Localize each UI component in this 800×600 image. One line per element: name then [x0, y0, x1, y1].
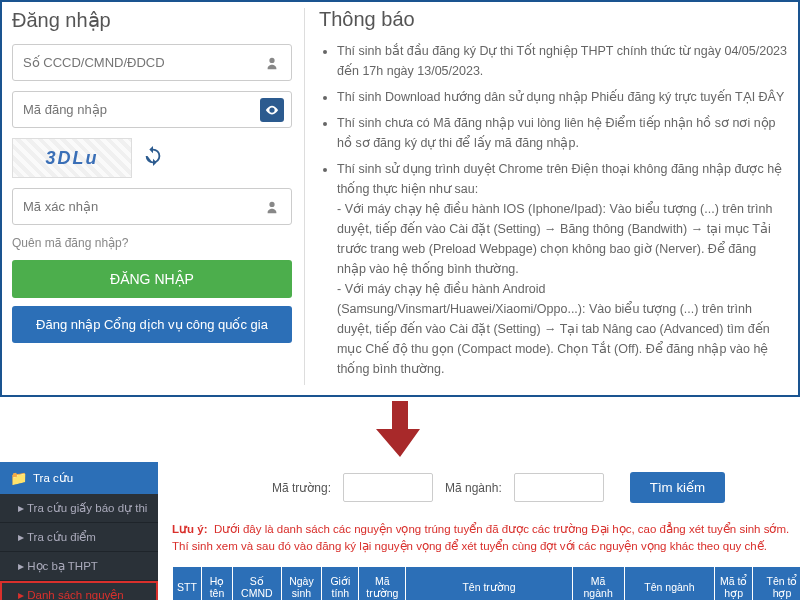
- note-row: Lưu ý: Dưới đây là danh sách các nguyện …: [172, 521, 800, 556]
- search-button[interactable]: Tìm kiếm: [630, 472, 725, 503]
- notice-android: - Với máy chạy hệ điều hành Android (Sam…: [337, 282, 770, 376]
- th-stt: STT: [173, 566, 202, 600]
- gov-login-button[interactable]: Đăng nhập Cổng dịch vụ công quốc gia: [12, 306, 292, 343]
- login-panel: Đăng nhập 3DLu Quên mã đăng nhập? ĐĂNG N…: [12, 8, 292, 385]
- table-header-row: STT Họ tên Số CMND Ngày sinh Giới tính M…: [173, 566, 801, 600]
- main-content: Mã trường: Mã ngành: Tìm kiếm Lưu ý: Dướ…: [158, 462, 800, 600]
- sidebar-head-tracuu[interactable]: 📁 Tra cứu: [0, 462, 158, 494]
- login-title: Đăng nhập: [12, 8, 292, 32]
- note-label: Lưu ý:: [172, 523, 207, 535]
- captcha-input[interactable]: [12, 188, 292, 225]
- th-matohop: Mã tổ hợp: [715, 566, 753, 600]
- sidebar-item-nguyenvong[interactable]: ▸ Danh sách nguyện vọng đủ điều kiện trú…: [0, 581, 158, 600]
- th-tentruong: Tên trường: [406, 566, 573, 600]
- school-label: Mã trường:: [272, 481, 331, 495]
- notice-ios: - Với máy chạy hệ điều hành IOS (Iphone/…: [337, 202, 772, 276]
- notice-title: Thông báo: [319, 8, 788, 31]
- forgot-link[interactable]: Quên mã đăng nhập?: [12, 236, 128, 250]
- eye-icon[interactable]: [260, 98, 284, 122]
- th-manganh: Mã ngành: [572, 566, 624, 600]
- th-gioitinh: Giới tính: [322, 566, 359, 600]
- folder-icon: 📁: [10, 470, 27, 486]
- major-input[interactable]: [514, 473, 604, 502]
- refresh-icon[interactable]: [142, 145, 164, 172]
- notice-item: Thí sinh bắt đầu đăng ký Dự thi Tốt nghi…: [337, 41, 788, 81]
- login-button[interactable]: ĐĂNG NHẬP: [12, 260, 292, 298]
- sidebar-item-diem[interactable]: ▸ Tra cứu điểm: [0, 523, 158, 552]
- sidebar-item-giaybao[interactable]: ▸ Tra cứu giấy báo dự thi: [0, 494, 158, 523]
- notice-item: Thí sinh chưa có Mã đăng nhập vui lòng l…: [337, 113, 788, 153]
- arrow-down: [0, 397, 800, 462]
- result-section: 📁 Tra cứu ▸ Tra cứu giấy báo dự thi ▸ Tr…: [0, 462, 800, 600]
- notice-item: Thí sinh sử dụng trình duyệt Chrome trên…: [337, 159, 788, 379]
- sidebar: 📁 Tra cứu ▸ Tra cứu giấy báo dự thi ▸ Tr…: [0, 462, 158, 600]
- code-input-group: [12, 91, 292, 128]
- code-input[interactable]: [12, 91, 292, 128]
- th-ngaysinh: Ngày sinh: [281, 566, 322, 600]
- captcha-image: 3DLu: [12, 138, 132, 178]
- user-icon: [260, 51, 284, 75]
- search-row: Mã trường: Mã ngành: Tìm kiếm: [172, 472, 800, 503]
- notice-list: Thí sinh bắt đầu đăng ký Dự thi Tốt nghi…: [319, 41, 788, 379]
- th-matruong: Mã trường: [359, 566, 406, 600]
- sidebar-item-hocba[interactable]: ▸ Học bạ THPT: [0, 552, 158, 581]
- school-input[interactable]: [343, 473, 433, 502]
- login-notice-section: Đăng nhập 3DLu Quên mã đăng nhập? ĐĂNG N…: [0, 0, 800, 397]
- captcha-input-group: [12, 188, 292, 225]
- th-tennganh: Tên ngành: [624, 566, 715, 600]
- captcha-row: 3DLu: [12, 138, 292, 178]
- th-tentohop: Tên tổ hợp: [752, 566, 800, 600]
- th-hoten: Họ tên: [201, 566, 232, 600]
- sidebar-head-label: Tra cứu: [33, 471, 73, 485]
- user-icon: [260, 195, 284, 219]
- id-input[interactable]: [12, 44, 292, 81]
- notice-item: Thí sinh Download hướng dân sử dụng nhập…: [337, 87, 788, 107]
- th-cmnd: Số CMND: [233, 566, 281, 600]
- result-table: STT Họ tên Số CMND Ngày sinh Giới tính M…: [172, 566, 800, 601]
- id-input-group: [12, 44, 292, 81]
- note-text: Dưới đây là danh sách các nguyện vọng tr…: [172, 523, 789, 552]
- major-label: Mã ngành:: [445, 481, 502, 495]
- notice-panel: Thông báo Thí sinh bắt đầu đăng ký Dự th…: [304, 8, 788, 385]
